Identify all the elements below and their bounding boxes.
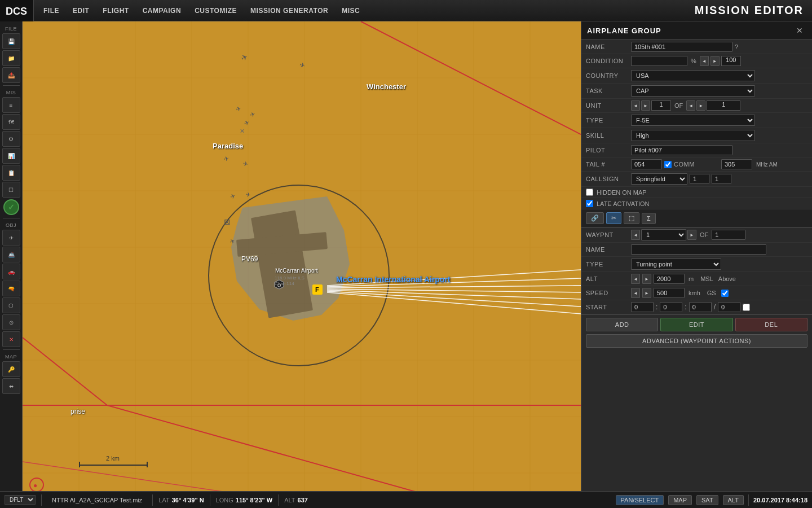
- bottom-right: PAN/SELECT MAP SAT ALT 20.07.2017 8:44:1…: [616, 494, 807, 506]
- condition-right-btn[interactable]: ►: [710, 56, 720, 66]
- callsign-select[interactable]: Springfield: [631, 173, 687, 185]
- speed-label: SPEED: [586, 290, 631, 296]
- toolbar-mis-2[interactable]: 🗺: [2, 114, 20, 130]
- del-button[interactable]: DEL: [735, 318, 807, 331]
- type-select[interactable]: F-5E: [631, 115, 755, 126]
- toolbar-obj-dot[interactable]: ⊙: [2, 314, 20, 330]
- wp-sum-btn[interactable]: Σ: [642, 213, 656, 224]
- svg-text:2 km: 2 km: [106, 455, 120, 462]
- pan-select-btn[interactable]: PAN/SELECT: [616, 495, 664, 505]
- wp-copy-btn[interactable]: ⬚: [624, 212, 639, 224]
- waypnt-of-val[interactable]: [712, 230, 745, 240]
- speed-unit: kmh: [687, 290, 702, 296]
- start-h[interactable]: [631, 302, 654, 312]
- toolbar-obj-ship[interactable]: 🚢: [2, 247, 20, 262]
- start-s[interactable]: [689, 302, 712, 312]
- map-area[interactable]: ✈ ✈ ✈ ✈ ✈ ✕ ✈ ✈ ✈ ✈ ⊠ ✈ ⬡ F: [23, 21, 581, 491]
- skill-select[interactable]: High: [631, 130, 755, 141]
- start-m[interactable]: [660, 302, 682, 312]
- tail-input[interactable]: [631, 159, 662, 169]
- condition-pct: %: [689, 58, 698, 64]
- waypnt-right-btn[interactable]: ►: [687, 230, 696, 240]
- toolbar-mis-label: MIS: [0, 87, 22, 97]
- menu-bar: FILE EDIT FLIGHT CAMPAIGN CUSTOMIZE MISS…: [34, 5, 695, 17]
- toolbar-obj-vehicle[interactable]: 🚗: [2, 264, 20, 279]
- alt-input[interactable]: [654, 274, 685, 284]
- speed-right-btn[interactable]: ►: [642, 288, 651, 298]
- svg-text:PV69: PV69: [241, 255, 258, 263]
- menu-file[interactable]: FILE: [37, 5, 66, 17]
- wp-type-select[interactable]: Turning point: [631, 259, 721, 270]
- hidden-on-map-checkbox[interactable]: [586, 189, 593, 196]
- unit-right-btn[interactable]: ►: [641, 100, 650, 111]
- condition-left-btn[interactable]: ◄: [700, 56, 709, 66]
- alt-left-btn[interactable]: ◄: [631, 274, 640, 284]
- condition-input[interactable]: [631, 56, 687, 66]
- toolbar-obj-gun[interactable]: 🔫: [2, 281, 20, 296]
- menu-customize[interactable]: CUSTOMIZE: [188, 5, 244, 17]
- alt-btn[interactable]: ALT: [723, 495, 744, 505]
- menu-misc[interactable]: MISC: [335, 5, 367, 17]
- waypnt-select[interactable]: 1: [641, 229, 686, 240]
- dflt-select[interactable]: DFLT: [5, 495, 36, 505]
- menu-campaign[interactable]: CAMPAIGN: [136, 5, 188, 17]
- sat-btn[interactable]: SAT: [696, 495, 718, 505]
- task-row: TASK CAP: [581, 84, 812, 99]
- speed-input[interactable]: [654, 288, 685, 298]
- toolbar-mis-6[interactable]: ☐: [2, 182, 20, 198]
- toolbar-obj-circle[interactable]: ⬡: [2, 297, 20, 313]
- svg-text:McCarran Airport: McCarran Airport: [275, 268, 318, 274]
- toolbar-mis-3[interactable]: ⚙: [2, 131, 20, 147]
- task-select[interactable]: CAP: [631, 85, 755, 97]
- toolbar-mis-4[interactable]: 📊: [2, 148, 20, 164]
- toolbar-save-btn[interactable]: 📤: [2, 67, 20, 83]
- comm-input[interactable]: [721, 159, 752, 169]
- menu-edit[interactable]: EDIT: [66, 5, 96, 17]
- panel-title: AIRPLANE GROUP: [587, 27, 661, 35]
- pilot-input[interactable]: [631, 145, 732, 155]
- map-svg: ✈ ✈ ✈ ✈ ✈ ✕ ✈ ✈ ✈ ✈ ⊠ ✈ ⬡ F: [23, 21, 581, 491]
- alt-ref: MSL: [698, 275, 716, 282]
- callsign-val2[interactable]: [712, 174, 731, 184]
- start-checkbox[interactable]: [743, 304, 750, 311]
- late-activation-checkbox[interactable]: [586, 200, 593, 207]
- start-ms[interactable]: [718, 302, 740, 312]
- toolbar-mis-1[interactable]: ≡: [2, 97, 20, 113]
- speed-left-btn[interactable]: ◄: [631, 288, 640, 298]
- toolbar-mis-5[interactable]: 📋: [2, 165, 20, 181]
- unit-left-btn[interactable]: ◄: [631, 100, 640, 111]
- toolbar-obj-red[interactable]: ✕: [2, 331, 20, 347]
- name-help-btn[interactable]: ?: [732, 43, 738, 50]
- left-toolbar: FILE 💾 📁 📤 MIS ≡ 🗺 ⚙ 📊 📋 ☐ ✓ OBJ ✈ 🚢 🚗 🔫…: [0, 21, 23, 491]
- speed-gs-checkbox[interactable]: [721, 290, 729, 297]
- map-btn[interactable]: MAP: [668, 495, 692, 505]
- wp-name-label: NAME: [586, 246, 631, 253]
- wp-link-btn[interactable]: 🔗: [586, 212, 604, 224]
- advanced-waypoint-button[interactable]: ADVANCED (WAYPOINT ACTIONS): [586, 334, 807, 348]
- alt-right-btn[interactable]: ►: [642, 274, 651, 284]
- tail-checkbox[interactable]: [664, 161, 672, 168]
- waypnt-left-btn[interactable]: ◄: [631, 230, 640, 240]
- name-input[interactable]: [631, 42, 732, 52]
- wp-name-input[interactable]: [631, 244, 766, 255]
- panel-close-button[interactable]: ✕: [793, 25, 806, 36]
- wp-edit-btn[interactable]: ✂: [606, 212, 621, 224]
- toolbar-new-btn[interactable]: 💾: [2, 33, 20, 49]
- unit2-left-btn[interactable]: ◄: [686, 100, 695, 111]
- menu-flight[interactable]: FLIGHT: [96, 5, 135, 17]
- toolbar-obj-plane[interactable]: ✈: [2, 230, 20, 246]
- add-button[interactable]: ADD: [586, 318, 658, 331]
- toolbar-map-key[interactable]: 🔑: [2, 361, 20, 377]
- toolbar-map-expand[interactable]: ⬌: [2, 378, 20, 394]
- toolbar-check-btn[interactable]: ✓: [3, 199, 19, 215]
- dcs-logo: DCS: [0, 0, 34, 21]
- country-select[interactable]: USA: [631, 70, 755, 81]
- hidden-on-map-row: HIDDEN ON MAP: [581, 187, 812, 198]
- unit-label: UNIT: [586, 102, 631, 109]
- svg-text:McCarran International Airport: McCarran International Airport: [336, 275, 451, 284]
- edit-button[interactable]: EDIT: [660, 318, 732, 331]
- menu-mission-generator[interactable]: MISSION GENERATOR: [244, 5, 335, 17]
- unit2-right-btn[interactable]: ►: [696, 100, 705, 111]
- toolbar-open-btn[interactable]: 📁: [2, 50, 20, 66]
- callsign-val1[interactable]: [690, 174, 709, 184]
